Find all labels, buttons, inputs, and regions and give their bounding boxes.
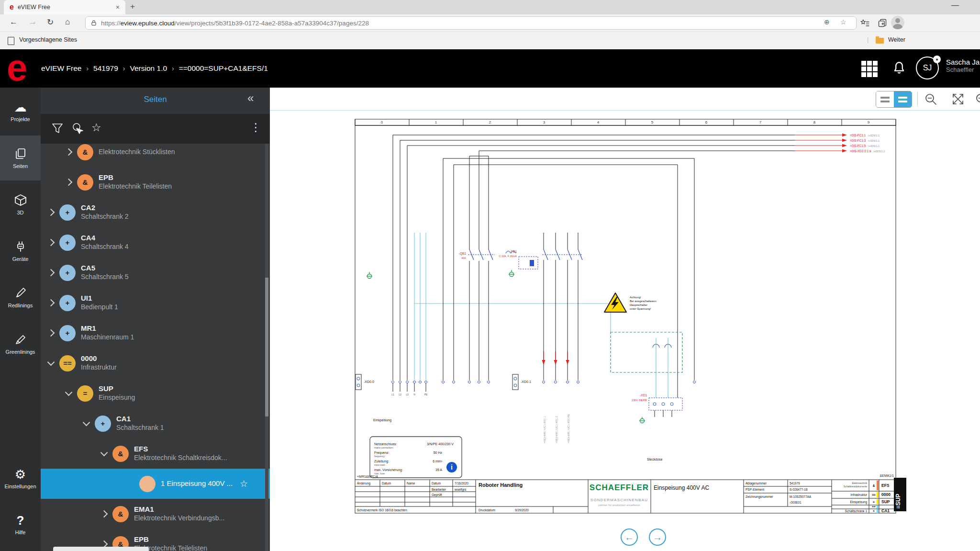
forward-icon[interactable]: → — [29, 17, 37, 27]
ruler-number: 3 — [543, 120, 546, 124]
previous-page-button[interactable]: ← — [621, 529, 638, 546]
zoom-in-icon[interactable] — [974, 92, 980, 106]
bookmark-suggested-sites[interactable]: Vorgeschlagene Sites — [19, 36, 77, 43]
list-detail-view-icon[interactable] — [894, 91, 912, 107]
tree-item[interactable]: ==0000Infrastruktur — [41, 348, 270, 378]
collapse-panel-icon[interactable]: « — [247, 91, 254, 105]
cross-reference-targets[interactable]: =0IS-FC1:1/+0DS/1.1 =0IS-FC1:3/+0DS/1.1 … — [850, 134, 885, 153]
tree-item[interactable]: +CA1Schaltschrank 1 — [41, 408, 270, 439]
panel-scrollbar[interactable] — [265, 144, 268, 551]
notifications-bell-icon[interactable] — [891, 60, 907, 77]
zoom-out-icon[interactable] — [924, 92, 938, 106]
schematic-drawing[interactable]: 0 1 2 3 4 5 6 7 8 9 — [343, 118, 909, 519]
tree-item[interactable]: +CA4Schaltschrank 4 — [41, 227, 270, 258]
chevron-right-icon[interactable] — [47, 209, 55, 216]
tree-item[interactable]: =SUPEinspeisung — [41, 378, 270, 408]
address-bar[interactable]: https://eview.epulse.cloud/view/projects… — [85, 16, 857, 30]
next-page-button[interactable]: → — [649, 529, 666, 546]
scrollbar-thumb[interactable] — [265, 278, 268, 416]
svg-text:Änderung: Änderung — [357, 482, 371, 485]
ruler-number: 0 — [381, 120, 383, 124]
chevron-right-icon[interactable] — [47, 239, 55, 247]
sidebar-item-3d[interactable]: 3D — [0, 182, 41, 227]
cloud-icon: ☁ — [14, 101, 27, 113]
breadcrumb-page[interactable]: ==0000=SUP+CA1&EFS/1 — [179, 64, 268, 72]
chevron-down-icon[interactable] — [65, 389, 73, 396]
list-compact-view-icon[interactable] — [876, 91, 894, 107]
connector-xd0-0[interactable]: -XD0.0 — [356, 374, 374, 390]
tree-item[interactable]: +MR1Maschinenraum 1 — [41, 318, 270, 348]
fit-screen-icon[interactable] — [951, 92, 965, 106]
steckdose-label: Steckdose — [647, 458, 663, 461]
chevron-right-icon[interactable] — [47, 269, 55, 277]
tree-item[interactable]: +CA2Schaltschrank 2 — [41, 197, 270, 227]
tree-item[interactable]: +CA5Schaltschrank 5 — [41, 258, 270, 288]
sidebar-item-seiten[interactable]: Seiten — [0, 135, 41, 180]
circuit-breaker-qb1[interactable]: -QB1 40A — [459, 249, 495, 260]
svg-text:frequency:: frequency: — [374, 455, 385, 458]
svg-text:Name: Name — [407, 482, 415, 485]
tree-item[interactable]: &EPBElektrotechnik Teilelisten — [41, 167, 270, 197]
collections-icon[interactable] — [878, 18, 887, 28]
sidebar-item-einstellungen[interactable]: ⚙ Einstellungen — [0, 456, 41, 501]
svg-text:=0IS-XD2.0:1:a/+0DS/1.2: =0IS-XD2.0:1:a/+0DS/1.2 — [850, 149, 885, 153]
tree-item[interactable]: &Elektrotechnik Stücklisten — [41, 144, 270, 167]
new-tab-icon[interactable]: + — [130, 2, 135, 11]
breadcrumb-project[interactable]: 541979 — [93, 64, 118, 72]
question-icon: ? — [17, 514, 24, 527]
rcd-fb1[interactable]: -FB1 C 10A, F 30mA — [499, 249, 583, 269]
back-icon[interactable]: ← — [10, 17, 18, 27]
svg-text:3/N/PE 400/230 V: 3/N/PE 400/230 V — [427, 442, 454, 446]
add-favorite-icon[interactable]: ☆ — [840, 18, 846, 26]
socket-group[interactable]: -XD1 230V, DE/FR Steckdose — [611, 332, 682, 461]
panel-header: Seiten « — [41, 88, 270, 114]
filter-icon[interactable] — [51, 122, 64, 135]
tree-item-code: EMA1 — [134, 505, 224, 514]
epulse-logo[interactable]: e — [7, 45, 27, 90]
chevron-down-icon[interactable] — [47, 359, 55, 366]
sidebar-item-hilfe[interactable]: ? Hilfe — [0, 502, 41, 547]
select-cursor-icon[interactable] — [71, 122, 84, 135]
user-avatar[interactable]: SJ ★ — [916, 56, 939, 79]
favorites-bar-icon[interactable] — [860, 19, 870, 28]
tree-item[interactable]: &EMA1Elektrotechnik Verbindungsb... — [41, 499, 270, 529]
panel-menu-kebab-icon[interactable]: ⋮ — [250, 121, 261, 134]
chevron-right-icon[interactable] — [47, 299, 55, 307]
favorite-star-icon[interactable]: ☆ — [240, 478, 248, 489]
connector-tag: -XD1 — [640, 394, 647, 397]
chevron-right-icon[interactable] — [100, 510, 108, 518]
svg-text:Schutzvermerk ISO 16016 beacht: Schutzvermerk ISO 16016 beachten — [357, 508, 407, 512]
window-minimize-icon[interactable]: — — [951, 1, 959, 10]
sidebar-item-geraete[interactable]: Geräte — [0, 228, 41, 273]
connector-xd0-1[interactable]: -XD0.1 — [512, 374, 531, 390]
favorites-star-icon[interactable]: ☆ — [91, 121, 101, 134]
apps-grid-icon[interactable] — [861, 61, 878, 77]
sidebar-item-projekte[interactable]: ☁ Projekte — [0, 89, 41, 134]
tree-item[interactable]: +UI1Bedienpult 1 — [41, 288, 270, 318]
media-target-icon[interactable]: ⊕ — [824, 18, 830, 26]
chevron-right-icon[interactable] — [65, 179, 73, 186]
user-info[interactable]: Sascha Ja Schaeffler — [946, 58, 980, 73]
sidebar-item-redlinings[interactable]: Redlinings — [0, 275, 41, 320]
breadcrumb-app[interactable]: eVIEW Free — [41, 64, 81, 72]
browser-tab[interactable]: e eVIEW Free × — [4, 0, 125, 14]
tree-item[interactable]: &EFSElektrotechnik Schaltkreisdok... — [41, 439, 270, 469]
svg-text:Schaltkreisdokumente: Schaltkreisdokumente — [844, 485, 867, 488]
svg-text:PSP-Element: PSP-Element — [746, 488, 764, 491]
home-icon[interactable]: ⌂ — [65, 17, 70, 27]
refresh-icon[interactable]: ↻ — [47, 17, 54, 27]
chevron-down-icon[interactable] — [83, 419, 90, 427]
structure-side-tab[interactable]: ≡SUP — [894, 478, 906, 511]
chevron-right-icon[interactable] — [47, 329, 55, 337]
browser-profile-avatar[interactable] — [891, 16, 904, 29]
page-badge — [139, 476, 156, 492]
chevron-right-icon[interactable] — [65, 148, 73, 156]
tab-close-icon[interactable]: × — [114, 3, 122, 11]
ruler-number: 2 — [489, 120, 491, 124]
sidebar-item-greenlinings[interactable]: Greenlinings — [0, 321, 41, 366]
tree-item-selected[interactable]: 1 Einspeisung 400V ...☆ — [41, 469, 270, 499]
bookmark-more-favorites[interactable]: Weiter — [888, 36, 905, 43]
ref-right: &EMA1/1 — [880, 474, 894, 477]
chevron-down-icon[interactable] — [100, 449, 108, 457]
breadcrumb-version[interactable]: Version 1.0 — [130, 64, 167, 72]
